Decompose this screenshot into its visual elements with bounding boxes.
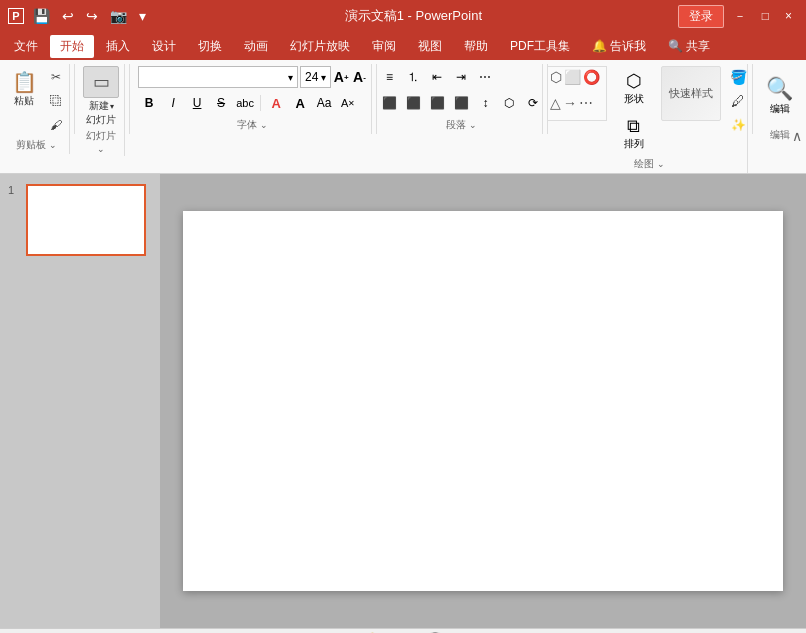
menu-file[interactable]: 文件 — [4, 35, 48, 58]
font-name-selector[interactable]: ▾ — [138, 66, 298, 88]
menu-design[interactable]: 设计 — [142, 35, 186, 58]
undo-btn[interactable]: ↩ — [59, 8, 77, 24]
menu-transition[interactable]: 切换 — [188, 35, 232, 58]
screenshot-btn[interactable]: 📷 — [107, 8, 130, 24]
clipboard-label: 剪贴板 ⌄ — [16, 138, 57, 154]
bullet-list-btn[interactable]: ≡ — [378, 66, 400, 88]
paste-label: 粘贴 — [14, 94, 34, 108]
decrease-font-btn[interactable]: A- — [352, 66, 368, 88]
strikethrough-btn[interactable]: S — [210, 92, 232, 114]
title-bar-right: 登录 － □ × — [678, 5, 798, 28]
restore-button[interactable]: □ — [756, 7, 775, 25]
font-sep — [260, 95, 261, 111]
menu-home[interactable]: 开始 — [50, 35, 94, 58]
slide-thumb-1[interactable]: 1 — [8, 184, 152, 256]
bold-btn[interactable]: B — [138, 92, 160, 114]
redo-btn[interactable]: ↪ — [83, 8, 101, 24]
menu-tell[interactable]: 🔔告诉我 — [582, 35, 656, 58]
sep2 — [129, 64, 130, 134]
ribbon-group-paragraph: ≡ ⒈ ⇤ ⇥ ⋯ ⬛ ⬛ ⬛ ⬛ ↕ ⬡ ⟳ 段落 ⌄ — [381, 64, 542, 134]
find-button[interactable]: 🔍 编辑 — [760, 66, 800, 126]
para-row2: ⬛ ⬛ ⬛ ⬛ ↕ ⬡ ⟳ — [378, 92, 544, 114]
ribbon-group-slides: ▭ 新建 ▾ 幻灯片 幻灯片 ⌄ — [79, 64, 125, 156]
shapes-button[interactable]: ⬡ 形状 — [609, 66, 659, 110]
qa-dropdown-btn[interactable]: ▾ — [136, 8, 149, 24]
window-title: 演示文稿1 - PowerPoint — [149, 7, 678, 25]
login-button[interactable]: 登录 — [678, 5, 724, 28]
font-size-selector[interactable]: 24 ▾ — [300, 66, 331, 88]
paragraph-group-label: 段落 ⌄ — [446, 118, 477, 134]
ribbon-collapse-btn[interactable]: ∧ — [792, 128, 802, 144]
font-name-dropdown[interactable]: ▾ — [288, 72, 293, 83]
arrange-icon: ⧉ — [627, 116, 640, 137]
paste-button[interactable]: 📋 粘贴 — [5, 66, 43, 112]
title-bar-left: P 💾 ↩ ↪ 📷 ▾ — [8, 8, 149, 24]
align-justify-btn[interactable]: ⬛ — [450, 92, 472, 114]
new-slide-icon: ▭ — [83, 66, 119, 98]
font-clear-btn[interactable]: A✕ — [337, 92, 359, 114]
sep1 — [74, 64, 75, 134]
slides-group-label: 幻灯片 ⌄ — [83, 129, 120, 156]
quick-styles-icon: 快速样式 — [669, 86, 713, 101]
copy-button[interactable]: ⿻ — [45, 90, 67, 112]
font-row2: B I U S abc A A Aa A✕ — [138, 92, 367, 114]
decrease-indent-btn[interactable]: ⇤ — [426, 66, 448, 88]
menu-bar: 文件 开始 插入 设计 切换 动画 幻灯片放映 审阅 视图 帮助 PDF工具集 … — [0, 32, 806, 60]
shape-effect-btn[interactable]: ✨ — [725, 114, 752, 136]
slide-canvas[interactable] — [183, 211, 783, 591]
para-more-btn[interactable]: ⋯ — [474, 66, 496, 88]
minimize-button[interactable]: － — [728, 6, 752, 27]
font-size-large[interactable]: A — [289, 92, 311, 114]
slide-number: 1 — [8, 184, 22, 196]
close-button[interactable]: × — [779, 7, 798, 25]
ribbon-group-font: ▾ 24 ▾ A+ A- B I U S abc — [134, 64, 372, 134]
canvas-area — [160, 174, 806, 628]
sep3 — [376, 64, 377, 134]
shadow-btn[interactable]: abc — [234, 92, 256, 114]
col-btn[interactable]: ⬡ — [498, 92, 520, 114]
shapes-palette[interactable]: ⬡ ⬜ ⭕ △ → ⋯ — [547, 66, 607, 121]
format-paint-button[interactable]: 🖌 — [45, 114, 67, 136]
ribbon-group-clipboard: 📋 粘贴 ✂ ⿻ 🖌 剪贴板 ⌄ — [4, 64, 70, 154]
paste-icon: 📋 — [12, 70, 37, 94]
menu-insert[interactable]: 插入 — [96, 35, 140, 58]
align-center-btn[interactable]: ⬛ — [402, 92, 424, 114]
line-color-btn[interactable]: 🖊 — [725, 90, 752, 112]
increase-indent-btn[interactable]: ⇥ — [450, 66, 472, 88]
drawing-group-label: 绘图 ⌄ — [634, 157, 665, 173]
font-row1: ▾ 24 ▾ A+ A- — [138, 66, 367, 88]
fill-color-btn[interactable]: 🪣 — [725, 66, 752, 88]
slide-preview[interactable] — [26, 184, 146, 256]
menu-help[interactable]: 帮助 — [454, 35, 498, 58]
menu-pdf[interactable]: PDF工具集 — [500, 35, 580, 58]
menu-share[interactable]: 🔍共享 — [658, 35, 720, 58]
status-bar: RJZXW.COM 幻灯片 第 1 张，共 1 张 | 🖥 中文(中国) | 🔔… — [0, 628, 806, 633]
slide-label: 幻灯片 — [86, 113, 116, 127]
font-color-btn[interactable]: A — [265, 92, 287, 114]
arrange-button[interactable]: ⧉ 排列 — [609, 112, 659, 155]
app-icon: P — [8, 8, 24, 24]
line-spacing-btn[interactable]: ↕ — [474, 92, 496, 114]
align-right-btn[interactable]: ⬛ — [426, 92, 448, 114]
text-dir-btn[interactable]: ⟳ — [522, 92, 544, 114]
main-area: 1 — [0, 174, 806, 628]
ribbon: 📋 粘贴 ✂ ⿻ 🖌 剪贴板 ⌄ ▭ 新建 ▾ 幻灯片 — [0, 60, 806, 174]
menu-view[interactable]: 视图 — [408, 35, 452, 58]
menu-animation[interactable]: 动画 — [234, 35, 278, 58]
save-quick-btn[interactable]: 💾 — [30, 8, 53, 24]
numbered-list-btn[interactable]: ⒈ — [402, 66, 424, 88]
font-size-dropdown[interactable]: ▾ — [321, 72, 326, 83]
align-left-btn[interactable]: ⬛ — [378, 92, 400, 114]
increase-font-btn[interactable]: A+ — [333, 66, 350, 88]
cut-button[interactable]: ✂ — [45, 66, 67, 88]
font-case-btn[interactable]: Aa — [313, 92, 335, 114]
shapes-label: 形状 — [624, 92, 644, 106]
underline-btn[interactable]: U — [186, 92, 208, 114]
italic-btn[interactable]: I — [162, 92, 184, 114]
menu-review[interactable]: 审阅 — [362, 35, 406, 58]
menu-slideshow[interactable]: 幻灯片放映 — [280, 35, 360, 58]
quick-styles-button[interactable]: 快速样式 — [661, 66, 721, 121]
new-slide-button[interactable]: ▭ 新建 ▾ 幻灯片 — [83, 66, 119, 127]
title-bar: P 💾 ↩ ↪ 📷 ▾ 演示文稿1 - PowerPoint 登录 － □ × — [0, 0, 806, 32]
find-label: 编辑 — [770, 102, 790, 116]
